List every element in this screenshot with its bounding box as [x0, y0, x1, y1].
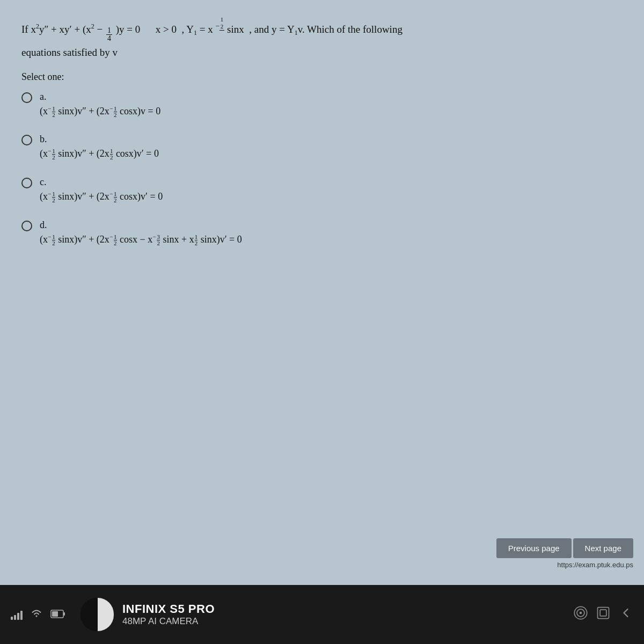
url-bar: https://exam.ptuk.edu.ps [557, 561, 633, 569]
select-label: Select one: [21, 71, 623, 83]
main-content: If x2y″ + xy′ + (x2 − 1 4 )y = 0 x > 0 ,… [0, 0, 644, 644]
radio-d[interactable] [21, 221, 32, 231]
nav-bar: Previous page Next page [496, 538, 633, 558]
prev-page-button[interactable]: Previous page [496, 538, 572, 558]
option-row-d: d. (x−12 sinx)v″ + (2x−12 cosx − x−32 si… [21, 219, 623, 247]
camera-logo-circle [80, 598, 114, 631]
option-math-b: (x−12 sinx)v″ + (2x12 cosx)v′ = 0 [40, 146, 159, 162]
option-row-c: c. (x−12 sinx)v″ + (2x−12 cosx)v′ = 0 [21, 177, 623, 204]
camera-text: INFINIX S5 PRO 48MP AI CAMERA [122, 602, 215, 627]
option-label-c: c. [40, 177, 163, 188]
wifi-icon [30, 608, 43, 621]
option-math-d: (x−12 sinx)v″ + (2x−12 cosx − x−32 sinx … [40, 232, 242, 247]
volume-icon [573, 605, 588, 624]
option-row-b: b. (x−12 sinx)v″ + (2x12 cosx)v′ = 0 [21, 134, 623, 162]
battery-icon [50, 608, 65, 621]
svg-point-5 [580, 612, 582, 614]
radio-c[interactable] [21, 178, 32, 188]
camera-spec: 48MP AI CAMERA [122, 616, 215, 627]
screenshot-icon [596, 605, 611, 624]
taskbar: INFINIX S5 PRO 48MP AI CAMERA [0, 585, 644, 644]
back-icon [618, 605, 633, 624]
option-label-d: d. [40, 219, 242, 231]
svg-rect-7 [600, 610, 606, 616]
option-label-b: b. [40, 134, 159, 145]
svg-rect-2 [63, 612, 65, 616]
question-line2: equations satisfied by v [21, 47, 623, 58]
svg-rect-6 [598, 608, 609, 619]
taskbar-right-icons [573, 605, 633, 624]
question-line1: If x2y″ + xy′ + (x2 − 1 4 )y = 0 x > 0 ,… [21, 16, 623, 42]
option-label-a: a. [40, 91, 160, 103]
radio-a[interactable] [21, 92, 32, 103]
camera-logo: INFINIX S5 PRO 48MP AI CAMERA [80, 598, 215, 631]
option-math-a: (x−12 sinx)v″ + (2x−12 cosx)v = 0 [40, 104, 160, 119]
device-name: INFINIX S5 PRO [122, 602, 215, 616]
taskbar-left-icons [11, 608, 65, 621]
radio-b[interactable] [21, 135, 32, 145]
svg-rect-1 [52, 611, 58, 617]
options-container: a. (x−12 sinx)v″ + (2x−12 cosx)v = 0 b. … [21, 91, 623, 247]
signal-icon [11, 609, 23, 620]
next-page-button[interactable]: Next page [573, 538, 633, 558]
option-row-a: a. (x−12 sinx)v″ + (2x−12 cosx)v = 0 [21, 91, 623, 119]
option-math-c: (x−12 sinx)v″ + (2x−12 cosx)v′ = 0 [40, 189, 163, 204]
